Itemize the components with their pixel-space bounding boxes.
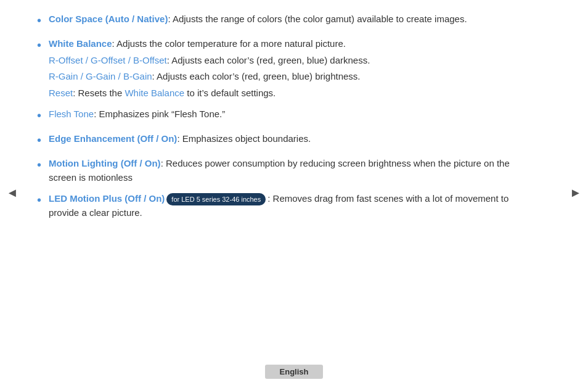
nav-left-arrow[interactable]: ◄ xyxy=(5,180,20,205)
rgain-link: R-Gain / G-Gain / B-Gain xyxy=(49,71,152,81)
feature-list: • Color Space (Auto / Native): Adjusts t… xyxy=(37,12,539,220)
bullet-icon: • xyxy=(37,155,41,174)
roffset-link: R-Offset / G-Offset / B-Offset xyxy=(49,55,167,65)
item-content: LED Motion Plus (Off / On)for LED 5 seri… xyxy=(49,192,539,220)
bullet-icon: • xyxy=(37,36,41,54)
list-item: • Motion Lighting (Off / On): Reduces po… xyxy=(37,157,539,184)
list-item: • LED Motion Plus (Off / On)for LED 5 se… xyxy=(37,192,539,220)
reset-link: Reset xyxy=(49,88,73,98)
white-balance-link: White Balance xyxy=(49,38,112,49)
flesh-tone-link: Flesh Tone xyxy=(49,109,94,119)
footer: English xyxy=(0,358,588,385)
list-item: • White Balance: Adjusts the color tempe… xyxy=(37,37,539,100)
sub-item-roffset: R-Offset / G-Offset / B-Offset: Adjusts … xyxy=(49,54,539,68)
reset-desc: : Resets the xyxy=(73,88,125,98)
item-content: Flesh Tone: Emphasizes pink “Flesh Tone.… xyxy=(49,107,539,122)
item-content: White Balance: Adjusts the color tempera… xyxy=(49,37,539,100)
flesh-tone-desc: : Emphasizes pink “Flesh Tone.” xyxy=(94,109,225,119)
color-space-link: Color Space (Auto / Native) xyxy=(49,14,168,24)
color-space-desc: : Adjusts the range of colors (the color… xyxy=(168,14,467,24)
white-balance-desc: : Adjusts the color temperature for a mo… xyxy=(112,38,346,49)
edge-enhancement-link: Edge Enhancement (Off / On) xyxy=(49,133,177,144)
bullet-icon: • xyxy=(37,106,41,125)
nav-right-arrow[interactable]: ► xyxy=(568,180,583,205)
list-item: • Flesh Tone: Emphasizes pink “Flesh Ton… xyxy=(37,107,539,125)
list-item: • Color Space (Auto / Native): Adjusts t… xyxy=(37,12,539,30)
motion-lighting-link: Motion Lighting (Off / On) xyxy=(49,158,161,168)
item-content: Color Space (Auto / Native): Adjusts the… xyxy=(49,12,539,27)
language-button[interactable]: English xyxy=(265,365,324,379)
roffset-desc: : Adjusts each color’s (red, green, blue… xyxy=(167,55,370,65)
item-content: Motion Lighting (Off / On): Reduces powe… xyxy=(49,157,539,184)
led-badge: for LED 5 series 32-46 inches xyxy=(166,193,266,206)
sub-item-rgain: R-Gain / G-Gain / B-Gain: Adjusts each c… xyxy=(49,70,539,84)
edge-enhancement-desc: : Emphasizes object boundaries. xyxy=(177,133,311,144)
reset-inline-link: White Balance xyxy=(125,88,184,98)
reset-desc-after: to it’s default settings. xyxy=(184,88,276,98)
sub-item-reset: Reset: Resets the White Balance to it’s … xyxy=(49,86,539,101)
bullet-icon: • xyxy=(37,11,41,30)
bullet-icon: • xyxy=(37,191,41,209)
led-motion-plus-link: LED Motion Plus (Off / On) xyxy=(49,193,165,204)
item-content: Edge Enhancement (Off / On): Emphasizes … xyxy=(49,132,539,146)
list-item: • Edge Enhancement (Off / On): Emphasize… xyxy=(37,132,539,149)
bullet-icon: • xyxy=(37,131,41,149)
rgain-desc: : Adjusts each color’s (red, green, blue… xyxy=(152,71,361,81)
main-content: • Color Space (Auto / Native): Adjusts t… xyxy=(0,0,588,239)
